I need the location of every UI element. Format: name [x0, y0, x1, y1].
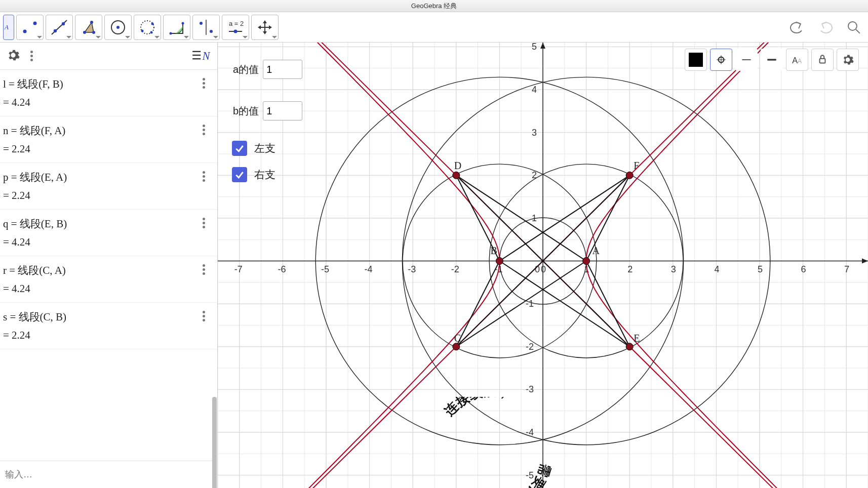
canvas-input-a[interactable] — [263, 60, 302, 79]
algebra-val: = 4.24 — [3, 236, 212, 249]
svg-marker-6 — [85, 22, 94, 32]
svg-text:N: N — [202, 49, 210, 62]
algebra-val: = 4.24 — [3, 282, 212, 295]
tool-polygon[interactable] — [75, 15, 102, 40]
algebra-val: = 4.24 — [3, 96, 212, 109]
canvas-input-a-row: a的值 — [233, 60, 302, 79]
svg-text:A: A — [4, 23, 9, 31]
algebra-def: n = 线段(F, A) — [3, 124, 212, 138]
svg-point-161 — [626, 343, 633, 350]
window-titlebar: GeoGebra 经典 — [0, 0, 868, 12]
svg-point-157 — [453, 343, 460, 350]
algebra-val: = 2.24 — [3, 329, 212, 342]
tool-point[interactable] — [16, 15, 44, 40]
algebra-scrollbar[interactable] — [212, 397, 217, 488]
svg-line-3 — [52, 20, 67, 34]
stylebar-color[interactable] — [685, 49, 707, 71]
algebra-val: = 2.24 — [3, 143, 212, 155]
algebra-more-menu[interactable] — [27, 48, 36, 64]
algebra-val: = 2.24 — [3, 189, 212, 202]
stylebar-text-style[interactable]: AA — [786, 49, 808, 71]
algebra-panel: N l = 线段(F, B) = 4.24 n = 线段(F, A) = 2.2… — [0, 43, 218, 488]
svg-text:4: 4 — [714, 264, 719, 274]
svg-text:5: 5 — [532, 43, 537, 52]
svg-text:5: 5 — [758, 264, 763, 274]
undo-button[interactable] — [786, 16, 808, 38]
stylebar-settings[interactable] — [837, 49, 859, 71]
row-menu[interactable] — [200, 121, 208, 138]
algebra-sort-icon[interactable]: N — [191, 48, 211, 65]
search-button[interactable] — [843, 16, 865, 38]
redo-button[interactable] — [814, 16, 837, 38]
tool-slider[interactable]: a = 2 — [222, 15, 249, 40]
svg-text:-5: -5 — [526, 470, 534, 480]
algebra-row[interactable]: r = 线段(C, A) = 4.24 — [0, 256, 217, 303]
algebra-row[interactable]: l = 线段(F, B) = 4.24 — [0, 70, 217, 116]
algebra-row[interactable]: n = 线段(F, A) = 2.24 — [0, 116, 217, 163]
canvas-check-right-label: 右支 — [254, 168, 275, 182]
svg-text:7: 7 — [844, 264, 849, 274]
tool-conic[interactable] — [134, 15, 161, 40]
main-area: N l = 线段(F, B) = 4.24 n = 线段(F, A) = 2.2… — [0, 43, 868, 488]
svg-line-25 — [856, 29, 860, 33]
tool-line[interactable] — [46, 15, 73, 40]
canvas-input-b[interactable] — [263, 101, 302, 120]
svg-point-159 — [453, 172, 460, 179]
svg-point-14 — [151, 22, 154, 25]
canvas-check-right[interactable] — [232, 167, 247, 182]
svg-text:0: 0 — [535, 264, 540, 274]
stylebar-line-thin[interactable] — [735, 49, 758, 71]
svg-text:A: A — [593, 245, 600, 256]
svg-text:F: F — [634, 160, 639, 171]
canvas-check-left[interactable] — [232, 141, 247, 156]
algebra-row[interactable]: p = 线段(E, A) = 2.24 — [0, 163, 217, 210]
svg-point-13 — [141, 29, 144, 32]
algebra-settings-button[interactable] — [6, 48, 20, 64]
tool-angle[interactable] — [163, 15, 190, 40]
svg-point-153 — [583, 258, 590, 265]
svg-point-15 — [150, 31, 153, 33]
row-menu[interactable] — [200, 308, 208, 324]
algebra-def: r = 线段(C, A) — [3, 263, 212, 277]
svg-point-5 — [62, 22, 65, 25]
svg-text:-2: -2 — [526, 342, 534, 352]
svg-rect-172 — [820, 59, 825, 63]
svg-text:6: 6 — [801, 264, 806, 274]
svg-text:A: A — [798, 58, 802, 65]
svg-text:-5: -5 — [321, 264, 329, 274]
algebra-input-row — [0, 461, 217, 488]
svg-text:D: D — [454, 160, 461, 171]
svg-text:3: 3 — [532, 128, 537, 138]
tool-translate-view[interactable] — [251, 15, 279, 40]
svg-text:-7: -7 — [234, 264, 243, 274]
algebra-list: l = 线段(F, B) = 4.24 n = 线段(F, A) = 2.24 … — [0, 70, 217, 461]
algebra-row[interactable]: q = 线段(E, B) = 4.24 — [0, 210, 217, 256]
svg-point-155 — [496, 258, 503, 265]
algebra-def: q = 线段(E, B) — [3, 217, 212, 231]
canvas-input-a-label: a的值 — [233, 63, 259, 76]
tool-reflect[interactable] — [192, 15, 220, 40]
graphics-canvas[interactable]: -7-6-5-4-3-2-101234567-5-4-3-2-1123450AB… — [218, 43, 868, 488]
svg-text:C: C — [454, 333, 461, 344]
svg-text:-2: -2 — [451, 264, 459, 274]
svg-point-163 — [626, 172, 633, 179]
svg-text:-3: -3 — [526, 384, 534, 394]
stylebar-line-thick[interactable] — [761, 49, 783, 71]
graphics-view[interactable]: -7-6-5-4-3-2-101234567-5-4-3-2-1123450AB… — [218, 43, 868, 488]
tool-circle-center[interactable] — [104, 15, 132, 40]
row-menu[interactable] — [200, 75, 208, 92]
row-menu[interactable] — [200, 168, 208, 185]
algebra-row[interactable]: s = 线段(C, B) = 2.24 — [0, 303, 217, 349]
svg-text:0: 0 — [541, 264, 546, 274]
canvas-check-left-label: 左支 — [254, 141, 275, 155]
svg-text:-4: -4 — [365, 264, 373, 274]
row-menu[interactable] — [200, 261, 208, 278]
svg-point-1 — [23, 29, 27, 33]
graphics-stylebar: AA — [685, 49, 859, 71]
stylebar-point-style[interactable] — [710, 49, 732, 71]
stylebar-pin[interactable] — [811, 49, 834, 71]
row-menu[interactable] — [200, 215, 208, 231]
algebra-input[interactable] — [5, 469, 212, 480]
svg-text:-3: -3 — [408, 264, 416, 274]
tool-move[interactable]: A — [3, 15, 14, 40]
